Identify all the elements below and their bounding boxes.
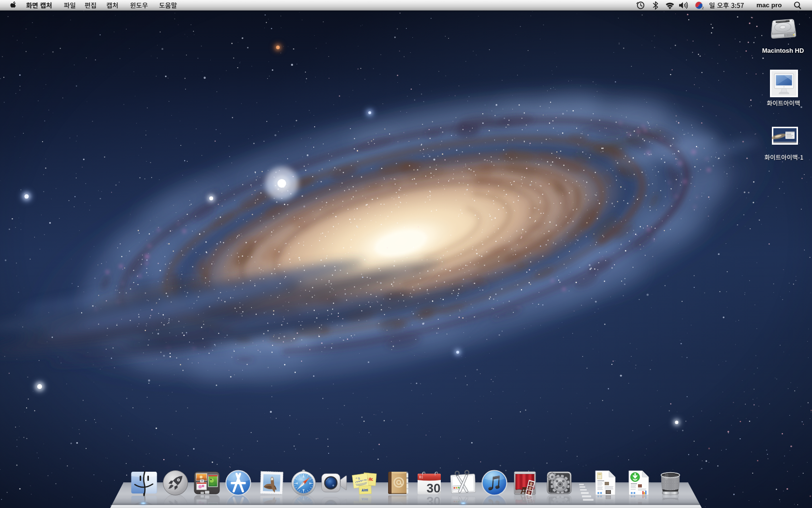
svg-text:2: 2	[702, 6, 704, 10]
svg-text:6: 6	[421, 476, 423, 479]
